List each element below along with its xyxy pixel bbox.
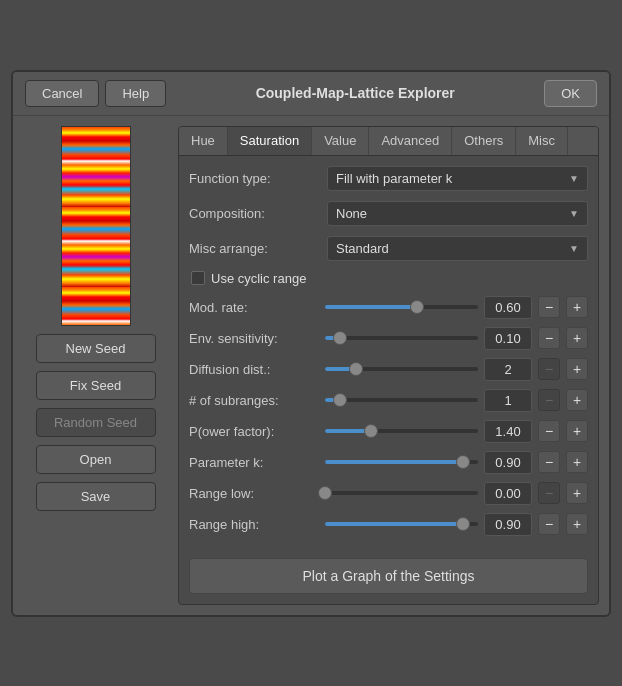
function-type-row: Function type: Fill with parameter k ▼ xyxy=(189,166,588,191)
misc-arrange-dropdown[interactable]: Standard ▼ xyxy=(327,236,588,261)
slider-minus-0[interactable]: − xyxy=(538,296,560,318)
misc-arrange-row: Misc arrange: Standard ▼ xyxy=(189,236,588,261)
new-seed-button[interactable]: New Seed xyxy=(36,334,156,363)
slider-track-1 xyxy=(325,336,478,340)
tab-saturation[interactable]: Saturation xyxy=(228,127,312,155)
slider-value-6[interactable]: 0.00 xyxy=(484,482,532,505)
slider-track-3 xyxy=(325,398,478,402)
slider-track-7 xyxy=(325,522,478,526)
slider-track-4 xyxy=(325,429,478,433)
slider-minus-7[interactable]: − xyxy=(538,513,560,535)
tab-bar: Hue Saturation Value Advanced Others Mis… xyxy=(179,127,598,156)
slider-row-1: Env. sensitivity:0.10−+ xyxy=(189,327,588,350)
slider-thumb-5[interactable] xyxy=(456,455,470,469)
function-type-label: Function type: xyxy=(189,171,319,186)
cyclic-range-row: Use cyclic range xyxy=(189,271,588,286)
slider-fill-0 xyxy=(325,305,417,309)
slider-row-3: # of subranges:1−+ xyxy=(189,389,588,412)
slider-thumb-3[interactable] xyxy=(333,393,347,407)
slider-value-5[interactable]: 0.90 xyxy=(484,451,532,474)
use-cyclic-range-label: Use cyclic range xyxy=(211,271,306,286)
open-button[interactable]: Open xyxy=(36,445,156,474)
function-type-arrow: ▼ xyxy=(569,173,579,184)
left-panel: New Seed Fix Seed Random Seed Open Save xyxy=(23,126,168,605)
slider-track-2 xyxy=(325,367,478,371)
slider-plus-2[interactable]: + xyxy=(566,358,588,380)
save-button[interactable]: Save xyxy=(36,482,156,511)
tab-others[interactable]: Others xyxy=(452,127,516,155)
slider-label-7: Range high: xyxy=(189,517,319,532)
slider-value-7[interactable]: 0.90 xyxy=(484,513,532,536)
function-type-dropdown[interactable]: Fill with parameter k ▼ xyxy=(327,166,588,191)
tab-misc[interactable]: Misc xyxy=(516,127,568,155)
slider-row-5: Parameter k:0.90−+ xyxy=(189,451,588,474)
slider-track-container-2[interactable] xyxy=(325,360,478,378)
slider-label-6: Range low: xyxy=(189,486,319,501)
slider-value-0[interactable]: 0.60 xyxy=(484,296,532,319)
sliders-container: Mod. rate:0.60−+Env. sensitivity:0.10−+D… xyxy=(189,296,588,536)
slider-label-1: Env. sensitivity: xyxy=(189,331,319,346)
slider-value-4[interactable]: 1.40 xyxy=(484,420,532,443)
slider-value-2[interactable]: 2 xyxy=(484,358,532,381)
slider-plus-1[interactable]: + xyxy=(566,327,588,349)
slider-label-4: P(ower factor): xyxy=(189,424,319,439)
slider-label-5: Parameter k: xyxy=(189,455,319,470)
slider-thumb-0[interactable] xyxy=(410,300,424,314)
preview-stripes xyxy=(62,127,130,325)
slider-row-6: Range low:0.00−+ xyxy=(189,482,588,505)
slider-minus-3: − xyxy=(538,389,560,411)
slider-value-3[interactable]: 1 xyxy=(484,389,532,412)
slider-thumb-6[interactable] xyxy=(318,486,332,500)
ok-button[interactable]: OK xyxy=(544,80,597,107)
slider-thumb-1[interactable] xyxy=(333,331,347,345)
composition-row: Composition: None ▼ xyxy=(189,201,588,226)
slider-track-container-0[interactable] xyxy=(325,298,478,316)
slider-track-container-4[interactable] xyxy=(325,422,478,440)
misc-arrange-label: Misc arrange: xyxy=(189,241,319,256)
cancel-button[interactable]: Cancel xyxy=(25,80,99,107)
panel-content: Function type: Fill with parameter k ▼ C… xyxy=(179,156,598,554)
slider-plus-5[interactable]: + xyxy=(566,451,588,473)
composition-dropdown[interactable]: None ▼ xyxy=(327,201,588,226)
slider-track-container-6[interactable] xyxy=(325,484,478,502)
random-seed-button: Random Seed xyxy=(36,408,156,437)
slider-plus-0[interactable]: + xyxy=(566,296,588,318)
dialog-title: Coupled-Map-Lattice Explorer xyxy=(166,85,544,101)
slider-row-4: P(ower factor):1.40−+ xyxy=(189,420,588,443)
slider-plus-4[interactable]: + xyxy=(566,420,588,442)
slider-row-0: Mod. rate:0.60−+ xyxy=(189,296,588,319)
plot-section: Plot a Graph of the Settings xyxy=(179,554,598,604)
tab-value[interactable]: Value xyxy=(312,127,369,155)
function-type-value: Fill with parameter k xyxy=(336,171,452,186)
preview-image xyxy=(61,126,131,326)
plot-graph-button[interactable]: Plot a Graph of the Settings xyxy=(189,558,588,594)
help-button[interactable]: Help xyxy=(105,80,166,107)
slider-minus-1[interactable]: − xyxy=(538,327,560,349)
slider-track-container-3[interactable] xyxy=(325,391,478,409)
slider-track-5 xyxy=(325,460,478,464)
slider-thumb-7[interactable] xyxy=(456,517,470,531)
slider-plus-7[interactable]: + xyxy=(566,513,588,535)
slider-fill-7 xyxy=(325,522,463,526)
slider-minus-2: − xyxy=(538,358,560,380)
right-panel: Hue Saturation Value Advanced Others Mis… xyxy=(178,126,599,605)
slider-thumb-2[interactable] xyxy=(349,362,363,376)
slider-minus-4[interactable]: − xyxy=(538,420,560,442)
slider-track-container-7[interactable] xyxy=(325,515,478,533)
slider-track-0 xyxy=(325,305,478,309)
slider-fill-5 xyxy=(325,460,463,464)
slider-track-container-5[interactable] xyxy=(325,453,478,471)
fix-seed-button[interactable]: Fix Seed xyxy=(36,371,156,400)
slider-thumb-4[interactable] xyxy=(364,424,378,438)
misc-arrange-arrow: ▼ xyxy=(569,243,579,254)
slider-minus-5[interactable]: − xyxy=(538,451,560,473)
use-cyclic-range-checkbox[interactable] xyxy=(191,271,205,285)
tab-advanced[interactable]: Advanced xyxy=(369,127,452,155)
slider-track-container-1[interactable] xyxy=(325,329,478,347)
title-bar-left-buttons: Cancel Help xyxy=(25,80,166,107)
main-content: New Seed Fix Seed Random Seed Open Save … xyxy=(13,116,609,615)
slider-value-1[interactable]: 0.10 xyxy=(484,327,532,350)
slider-plus-3[interactable]: + xyxy=(566,389,588,411)
slider-plus-6[interactable]: + xyxy=(566,482,588,504)
tab-hue[interactable]: Hue xyxy=(179,127,228,155)
